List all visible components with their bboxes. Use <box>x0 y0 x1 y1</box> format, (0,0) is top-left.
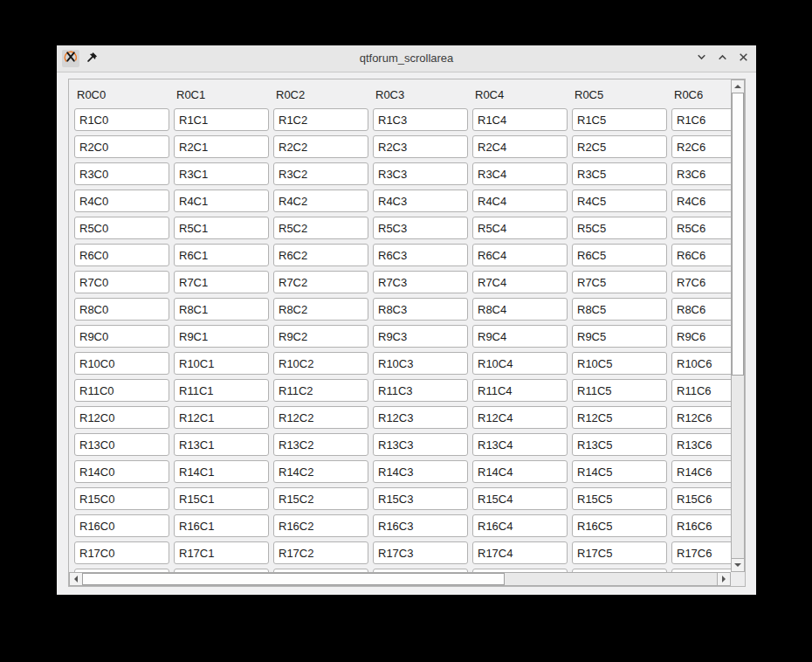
cell-input-R13C4[interactable] <box>472 433 568 456</box>
scroll-left-button[interactable] <box>70 573 83 585</box>
cell-input-R17C6[interactable] <box>671 541 731 564</box>
cell-input-R7C1[interactable] <box>174 271 269 293</box>
cell-input-R17C1[interactable] <box>174 541 269 564</box>
cell-input-R1C0[interactable] <box>74 108 169 131</box>
scroll-right-button[interactable] <box>717 573 730 585</box>
cell-input-R6C4[interactable] <box>472 244 568 266</box>
cell-input-R14C3[interactable] <box>373 460 468 483</box>
cell-input-R9C1[interactable] <box>174 325 269 348</box>
cell-input-R15C2[interactable] <box>273 487 368 510</box>
cell-input-R8C2[interactable] <box>273 298 368 321</box>
cell-input-R15C1[interactable] <box>174 487 269 510</box>
cell-input-R17C0[interactable] <box>74 541 169 564</box>
cell-input-R2C5[interactable] <box>572 135 667 158</box>
scroll-down-button[interactable] <box>732 558 744 571</box>
cell-input-R11C1[interactable] <box>174 379 269 402</box>
cell-input-R7C3[interactable] <box>373 271 468 293</box>
cell-input-R15C4[interactable] <box>472 487 568 510</box>
cell-input-R2C0[interactable] <box>74 135 169 158</box>
cell-input-R10C5[interactable] <box>572 352 667 375</box>
cell-input-R16C6[interactable] <box>671 514 731 537</box>
vertical-scrollbar[interactable] <box>731 79 745 572</box>
cell-input-R8C4[interactable] <box>472 298 568 321</box>
cell-input-R6C1[interactable] <box>174 244 269 266</box>
cell-input-R3C5[interactable] <box>572 162 667 185</box>
cell-input-R6C3[interactable] <box>373 244 468 266</box>
cell-input-R12C3[interactable] <box>373 406 468 429</box>
cell-input-R4C2[interactable] <box>273 190 368 212</box>
cell-input-R6C5[interactable] <box>572 244 667 266</box>
cell-input-R1C2[interactable] <box>273 108 368 131</box>
cell-input-R8C0[interactable] <box>74 298 169 321</box>
cell-input-R17C3[interactable] <box>373 541 468 564</box>
cell-input-R13C3[interactable] <box>373 433 468 456</box>
cell-input-R5C3[interactable] <box>373 217 468 239</box>
cell-input-R11C4[interactable] <box>472 379 568 402</box>
cell-input-R1C1[interactable] <box>174 108 269 131</box>
cell-input-R10C3[interactable] <box>373 352 468 375</box>
cell-input-R14C5[interactable] <box>572 460 667 483</box>
cell-input-R2C6[interactable] <box>671 135 731 158</box>
cell-input-R6C0[interactable] <box>74 244 169 266</box>
cell-input-R14C0[interactable] <box>74 460 169 483</box>
cell-input-R1C6[interactable] <box>671 108 731 131</box>
cell-input-R4C5[interactable] <box>572 190 667 212</box>
cell-input-R13C2[interactable] <box>273 433 368 456</box>
cell-input-R12C4[interactable] <box>472 406 568 429</box>
cell-input-R4C0[interactable] <box>74 190 169 212</box>
cell-input-R6C6[interactable] <box>671 244 731 266</box>
cell-input-R14C2[interactable] <box>273 460 368 483</box>
cell-input-R7C6[interactable] <box>671 271 731 293</box>
cell-input-R1C3[interactable] <box>373 108 468 131</box>
cell-input-R2C3[interactable] <box>373 135 468 158</box>
cell-input-R16C1[interactable] <box>174 514 269 537</box>
cell-input-R14C6[interactable] <box>671 460 731 483</box>
cell-input-R12C0[interactable] <box>74 406 169 429</box>
horizontal-scrollbar-thumb[interactable] <box>82 573 505 585</box>
cell-input-R15C0[interactable] <box>74 487 169 510</box>
cell-input-R15C5[interactable] <box>572 487 667 510</box>
minimize-button[interactable] <box>695 52 708 66</box>
cell-input-R3C4[interactable] <box>472 162 568 185</box>
cell-input-R2C2[interactable] <box>273 135 368 158</box>
cell-input-R10C1[interactable] <box>174 352 269 375</box>
cell-input-R13C1[interactable] <box>174 433 269 456</box>
cell-input-R3C6[interactable] <box>671 162 731 185</box>
cell-input-R14C4[interactable] <box>472 460 568 483</box>
cell-input-R9C3[interactable] <box>373 325 468 348</box>
cell-input-R3C2[interactable] <box>273 162 368 185</box>
cell-input-R15C6[interactable] <box>671 487 731 510</box>
cell-input-R9C5[interactable] <box>572 325 667 348</box>
cell-input-R10C0[interactable] <box>74 352 169 375</box>
cell-input-R16C4[interactable] <box>472 514 568 537</box>
cell-input-R2C1[interactable] <box>174 135 269 158</box>
cell-input-R11C2[interactable] <box>273 379 368 402</box>
cell-input-R5C6[interactable] <box>671 217 731 239</box>
cell-input-R12C5[interactable] <box>572 406 667 429</box>
cell-input-R1C4[interactable] <box>472 108 568 131</box>
cell-input-R4C4[interactable] <box>472 190 568 212</box>
close-button[interactable] <box>737 52 750 66</box>
cell-input-R5C4[interactable] <box>472 217 568 239</box>
vertical-scrollbar-thumb[interactable] <box>732 93 744 376</box>
cell-input-R8C1[interactable] <box>174 298 269 321</box>
cell-input-R12C6[interactable] <box>671 406 731 429</box>
cell-input-R2C4[interactable] <box>472 135 568 158</box>
cell-input-R5C0[interactable] <box>74 217 169 239</box>
cell-input-R16C2[interactable] <box>273 514 368 537</box>
cell-input-R16C3[interactable] <box>373 514 468 537</box>
cell-input-R7C2[interactable] <box>273 271 368 293</box>
cell-input-R17C5[interactable] <box>572 541 667 564</box>
cell-input-R7C0[interactable] <box>74 271 169 293</box>
cell-input-R8C3[interactable] <box>373 298 468 321</box>
cell-input-R11C6[interactable] <box>671 379 731 402</box>
cell-input-R3C1[interactable] <box>174 162 269 185</box>
cell-input-R4C6[interactable] <box>671 190 731 212</box>
cell-input-R4C3[interactable] <box>373 190 468 212</box>
cell-input-R9C4[interactable] <box>472 325 568 348</box>
cell-input-R5C2[interactable] <box>273 217 368 239</box>
cell-input-R10C6[interactable] <box>671 352 731 375</box>
cell-input-R11C3[interactable] <box>373 379 468 402</box>
cell-input-R11C0[interactable] <box>74 379 169 402</box>
cell-input-R12C1[interactable] <box>174 406 269 429</box>
